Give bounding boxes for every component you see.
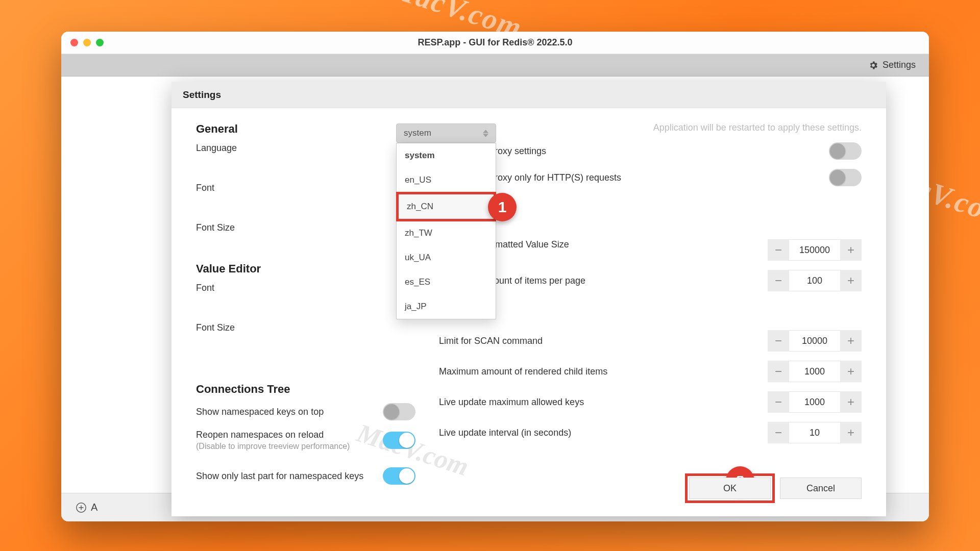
dialog-footer: OK Cancel [689, 478, 862, 499]
plus-button[interactable]: + [840, 391, 862, 413]
toggle-show-last[interactable] [383, 467, 415, 485]
minus-button[interactable]: − [768, 330, 789, 352]
label-ve-font: Font [196, 283, 214, 293]
stepper-max-items: − + [768, 270, 862, 291]
stepper-children: − + [768, 361, 862, 382]
label-reopen-ns: Reopen namespaces on reload [196, 430, 383, 440]
language-select[interactable]: system [396, 123, 496, 143]
label-ve-font-size: Font Size [196, 322, 235, 333]
language-select-value: system [404, 128, 431, 138]
minus-button[interactable]: − [768, 270, 789, 291]
restart-note: Application will be restarted to apply t… [439, 122, 862, 133]
chevron-up-down-icon [483, 130, 488, 137]
plus-button[interactable]: + [840, 361, 862, 382]
toggle-proxy-system[interactable] [829, 142, 862, 160]
minus-button[interactable]: − [768, 239, 789, 261]
cancel-button[interactable]: Cancel [780, 478, 862, 499]
section-value-editor: Value Editor [196, 262, 415, 276]
settings-right-column: Application will be restarted to apply t… [439, 122, 862, 494]
toggle-show-ns[interactable] [383, 403, 415, 420]
minus-button[interactable]: − [768, 361, 789, 382]
input-scan[interactable] [789, 330, 840, 352]
plus-button[interactable]: + [840, 270, 862, 291]
stepper-max-fmt: − + [768, 239, 862, 261]
plus-button[interactable]: + [840, 239, 862, 261]
language-option-zh-cn[interactable]: zh_CN [396, 192, 496, 221]
label-language: Language [196, 143, 237, 153]
label-live-int: Live update interval (in seconds) [439, 428, 768, 438]
minus-button[interactable]: − [768, 422, 789, 443]
language-option-ja-jp[interactable]: ja_JP [397, 294, 496, 319]
label-children: Maximum amount of rendered child items [439, 366, 768, 377]
modal-title: Settings [172, 82, 886, 108]
label-show-ns: Show namespaced keys on top [196, 407, 383, 417]
language-option-uk-ua[interactable]: uk_UA [397, 245, 496, 270]
language-option-system[interactable]: system [397, 143, 496, 168]
app-window: RESP.app - GUI for Redis® 2022.5.0 Setti… [61, 32, 929, 521]
input-live-max[interactable] [789, 391, 840, 413]
plus-button[interactable]: + [840, 330, 862, 352]
label-font: Font [196, 183, 214, 193]
section-general: General [196, 122, 415, 136]
label-show-last: Show only last part for namespaced keys [196, 471, 383, 482]
toggle-proxy-https[interactable] [829, 169, 862, 186]
stepper-live-int: − + [768, 422, 862, 443]
ok-button[interactable]: OK [689, 478, 771, 499]
section-connections-tree: Connections Tree [196, 383, 415, 396]
input-max-fmt[interactable] [789, 239, 840, 261]
label-proxy-system: Use system proxy settings [439, 146, 829, 157]
minus-button[interactable]: − [768, 391, 789, 413]
stepper-scan: − + [768, 330, 862, 352]
settings-modal: Settings MacV.com General Language Font … [172, 82, 886, 516]
language-option-zh-tw[interactable]: zh_TW [397, 221, 496, 245]
label-proxy-https: Use system proxy only for HTTP(S) reques… [439, 172, 829, 183]
label-scan-limit: Limit for SCAN command [439, 336, 768, 346]
settings-left-column: General Language Font Font Size Value Ed… [196, 122, 415, 494]
input-children[interactable] [789, 361, 840, 382]
language-option-es-es[interactable]: es_ES [397, 270, 496, 294]
toggle-reopen-ns[interactable] [383, 432, 415, 449]
plus-button[interactable]: + [840, 422, 862, 443]
input-live-int[interactable] [789, 422, 840, 443]
label-live-max: Live update maximum allowed keys [439, 397, 768, 408]
language-dropdown: system en_US zh_CN zh_TW uk_UA es_ES ja_… [396, 143, 496, 319]
language-option-en-us[interactable]: en_US [397, 168, 496, 192]
input-max-items[interactable] [789, 270, 840, 291]
annotation-callout-1: 1 [488, 193, 517, 221]
stepper-live-max: − + [768, 391, 862, 413]
label-reopen-ns-sub: (Disable to improve treeview performance… [196, 442, 383, 451]
label-font-size: Font Size [196, 222, 235, 233]
